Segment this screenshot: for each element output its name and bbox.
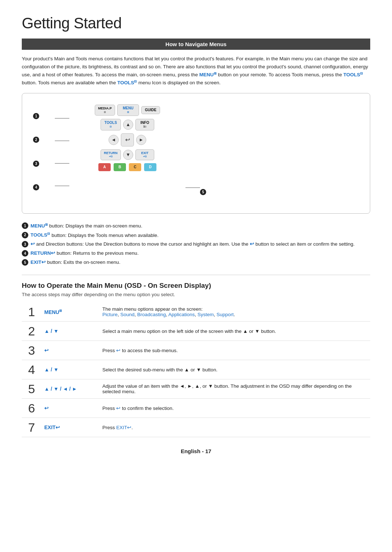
- osd-desc-2: Select a main menu option on the left si…: [99, 322, 370, 341]
- osd-desc-4: Select the desired sub-menu with the ▲ o…: [99, 360, 370, 379]
- tools-ref2: TOOLS⊟: [117, 80, 137, 85]
- osd-control-3: ↩: [41, 341, 99, 360]
- osd-desc-3: Press ↩ to access the sub-menus.: [99, 341, 370, 360]
- intro-text: Your product's Main and Tools menus cont…: [22, 55, 370, 86]
- up-arrow-button[interactable]: ▲: [123, 120, 133, 130]
- remote-diagram: 1 2 3 4: [33, 101, 359, 202]
- osd-row-1: 1 MENU⊞ The main menu options appear on …: [22, 302, 370, 322]
- osd-control-2: ▲ / ▼: [41, 322, 99, 341]
- osd-step-3: 3: [22, 341, 41, 360]
- callout-item-3: 3 ↩ and Direction buttons: Use the Direc…: [22, 240, 370, 249]
- callout-5: 5: [200, 189, 206, 195]
- osd-section-title: How to Operate the Main Menu (OSD - On S…: [22, 282, 370, 290]
- osd-control-1: MENU⊞: [41, 302, 99, 322]
- enter-button[interactable]: ↩: [121, 133, 134, 146]
- osd-control-7: EXIT↩: [41, 418, 99, 437]
- osd-step-6: 6: [22, 399, 41, 418]
- remote-row-4: RETURN ↩⊟ ▼ EXIT ↩⊟: [69, 149, 185, 160]
- osd-step-4: 4: [22, 360, 41, 379]
- section-divider: [22, 275, 370, 275]
- left-arrow-button[interactable]: ◄: [109, 135, 119, 145]
- tools-ref: TOOLS⊟: [343, 72, 363, 77]
- page-title: Getting Started: [22, 15, 370, 32]
- osd-row-2: 2 ▲ / ▼ Select a main menu option on the…: [22, 322, 370, 341]
- exit-button[interactable]: EXIT ↩⊟: [135, 149, 154, 160]
- osd-step-1: 1: [22, 302, 41, 322]
- osd-row-7: 7 EXIT↩ Press EXIT↩.: [22, 418, 370, 437]
- mediap-button[interactable]: MEDIA.P ⊞: [95, 105, 115, 116]
- color-buttons-row: A B C D: [69, 163, 185, 171]
- osd-row-5: 5 ▲ / ▼ / ◄ / ► Adjust the value of an i…: [22, 379, 370, 399]
- remote-row-1: MEDIA.P ⊞ MENU ⊞ GUIDE: [69, 104, 185, 116]
- osd-step-5: 5: [22, 379, 41, 399]
- osd-control-6: ↩: [41, 399, 99, 418]
- callout-3: 3: [33, 161, 55, 167]
- callout-item-5: 5 EXIT↩ button: Exits the on-screen menu…: [22, 258, 370, 267]
- osd-desc-5: Adjust the value of an item with the ◄, …: [99, 379, 370, 399]
- osd-desc-7: Press EXIT↩.: [99, 418, 370, 437]
- remote-diagram-container: 1 2 3 4: [22, 93, 370, 214]
- guide-button[interactable]: GUIDE: [141, 106, 160, 114]
- osd-table: 1 MENU⊞ The main menu options appear on …: [22, 302, 370, 437]
- osd-subtitle: The access steps may differ depending on…: [22, 292, 370, 297]
- color-a-button[interactable]: A: [98, 163, 111, 171]
- callout-item-4: 4 RETURN↩ button: Returns to the previou…: [22, 249, 370, 258]
- osd-row-6: 6 ↩ Press ↩ to confirm the selection.: [22, 399, 370, 418]
- remote-row-2: TOOLS ⊟ ▲ INFO ℹ⊟: [69, 119, 185, 130]
- callout-list: 1 MENU⊞ button: Displays the main on-scr…: [22, 222, 370, 267]
- section1-header: How to Navigate Menus: [22, 39, 370, 50]
- callout-1: 1: [33, 113, 55, 119]
- color-d-button[interactable]: D: [144, 163, 156, 171]
- menu-ref: MENU⊞: [199, 72, 217, 77]
- down-arrow-button[interactable]: ▼: [123, 150, 133, 160]
- osd-desc-1: The main menu options appear on the scre…: [99, 302, 370, 322]
- remote-row-3: ◄ ↩ ►: [69, 133, 185, 146]
- osd-control-5: ▲ / ▼ / ◄ / ►: [41, 379, 99, 399]
- callout-item-1: 1 MENU⊞ button: Displays the main on-scr…: [22, 222, 370, 230]
- osd-step-7: 7: [22, 418, 41, 437]
- osd-control-4: ▲ / ▼: [41, 360, 99, 379]
- info-button[interactable]: INFO ℹ⊟: [135, 119, 154, 130]
- return-button[interactable]: RETURN ↩⊟: [101, 149, 121, 160]
- osd-row-3: 3 ↩ Press ↩ to access the sub-menus.: [22, 341, 370, 360]
- callout-4: 4: [33, 184, 55, 190]
- osd-row-4: 4 ▲ / ▼ Select the desired sub-menu with…: [22, 360, 370, 379]
- page-footer: English - 17: [22, 448, 370, 454]
- tools-button[interactable]: TOOLS ⊟: [101, 119, 121, 130]
- osd-step-2: 2: [22, 322, 41, 341]
- remote-panel: MEDIA.P ⊞ MENU ⊞ GUIDE TOOLS ⊟: [69, 104, 185, 199]
- callout-2: 2: [33, 137, 55, 143]
- color-b-button[interactable]: B: [114, 163, 126, 171]
- osd-desc-6: Press ↩ to confirm the selection.: [99, 399, 370, 418]
- callout-item-2: 2 TOOLS⊟ button: Displays the Tools menu…: [22, 231, 370, 239]
- right-arrow-button[interactable]: ►: [136, 135, 146, 145]
- menu-button[interactable]: MENU ⊞: [117, 104, 139, 116]
- color-c-button[interactable]: C: [129, 163, 141, 171]
